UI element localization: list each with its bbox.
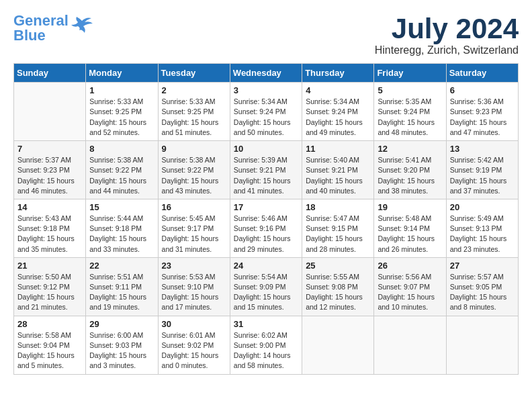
title-section: July 2024 Hinteregg, Zurich, Switzerland bbox=[375, 13, 519, 56]
calendar-cell: 16 Sunrise: 5:45 AMSunset: 9:17 PMDaylig… bbox=[158, 199, 230, 257]
calendar-cell: 8 Sunrise: 5:38 AMSunset: 9:22 PMDayligh… bbox=[86, 141, 158, 199]
day-number: 9 bbox=[162, 144, 226, 154]
day-number: 14 bbox=[17, 202, 82, 212]
day-number: 19 bbox=[378, 202, 442, 212]
day-info: Sunrise: 5:36 AMSunset: 9:23 PMDaylight:… bbox=[450, 97, 515, 138]
day-info: Sunrise: 5:49 AMSunset: 9:13 PMDaylight:… bbox=[450, 214, 515, 255]
calendar-cell: 24 Sunrise: 5:54 AMSunset: 9:09 PMDaylig… bbox=[230, 257, 302, 316]
day-info: Sunrise: 5:41 AMSunset: 9:20 PMDaylight:… bbox=[378, 155, 442, 196]
day-info: Sunrise: 5:33 AMSunset: 9:25 PMDaylight:… bbox=[162, 97, 226, 138]
day-number: 12 bbox=[378, 144, 442, 154]
calendar-cell: 11 Sunrise: 5:40 AMSunset: 9:21 PMDaylig… bbox=[302, 141, 374, 199]
day-info: Sunrise: 5:34 AMSunset: 9:24 PMDaylight:… bbox=[234, 97, 298, 138]
calendar-cell: 29 Sunrise: 6:00 AMSunset: 9:03 PMDaylig… bbox=[86, 316, 158, 374]
day-info: Sunrise: 5:56 AMSunset: 9:07 PMDaylight:… bbox=[378, 272, 442, 313]
calendar-cell: 22 Sunrise: 5:51 AMSunset: 9:11 PMDaylig… bbox=[86, 257, 158, 316]
day-number: 23 bbox=[162, 261, 226, 271]
calendar-cell: 10 Sunrise: 5:39 AMSunset: 9:21 PMDaylig… bbox=[230, 141, 302, 199]
calendar-cell: 15 Sunrise: 5:44 AMSunset: 9:18 PMDaylig… bbox=[86, 199, 158, 257]
day-info: Sunrise: 5:55 AMSunset: 9:08 PMDaylight:… bbox=[306, 272, 370, 313]
day-number: 27 bbox=[450, 261, 515, 271]
day-number: 30 bbox=[162, 319, 226, 329]
day-number: 22 bbox=[89, 261, 154, 271]
day-info: Sunrise: 5:45 AMSunset: 9:17 PMDaylight:… bbox=[162, 214, 226, 255]
calendar-cell: 30 Sunrise: 6:01 AMSunset: 9:02 PMDaylig… bbox=[158, 316, 230, 374]
day-number: 28 bbox=[17, 319, 82, 329]
calendar-cell: 4 Sunrise: 5:34 AMSunset: 9:24 PMDayligh… bbox=[302, 83, 374, 141]
calendar-title: July 2024 bbox=[375, 13, 519, 44]
day-number: 17 bbox=[234, 202, 298, 212]
calendar-week-3: 14 Sunrise: 5:43 AMSunset: 9:18 PMDaylig… bbox=[14, 199, 519, 257]
col-thursday: Thursday bbox=[302, 64, 374, 83]
calendar-cell: 18 Sunrise: 5:47 AMSunset: 9:15 PMDaylig… bbox=[302, 199, 374, 257]
calendar-cell: 6 Sunrise: 5:36 AMSunset: 9:23 PMDayligh… bbox=[446, 83, 518, 141]
calendar-cell: 7 Sunrise: 5:37 AMSunset: 9:23 PMDayligh… bbox=[14, 141, 86, 199]
day-info: Sunrise: 5:44 AMSunset: 9:18 PMDaylight:… bbox=[89, 214, 154, 255]
day-info: Sunrise: 5:37 AMSunset: 9:23 PMDaylight:… bbox=[17, 155, 82, 196]
day-info: Sunrise: 5:40 AMSunset: 9:21 PMDaylight:… bbox=[306, 155, 370, 196]
calendar-cell: 13 Sunrise: 5:42 AMSunset: 9:19 PMDaylig… bbox=[446, 141, 518, 199]
day-info: Sunrise: 5:53 AMSunset: 9:10 PMDaylight:… bbox=[162, 272, 226, 313]
day-number: 3 bbox=[234, 85, 298, 95]
page-header: GeneralBlue July 2024 Hinteregg, Zurich,… bbox=[13, 13, 519, 56]
calendar-cell: 28 Sunrise: 5:58 AMSunset: 9:04 PMDaylig… bbox=[14, 316, 86, 374]
calendar-cell: 25 Sunrise: 5:55 AMSunset: 9:08 PMDaylig… bbox=[302, 257, 374, 316]
day-number: 25 bbox=[306, 261, 370, 271]
calendar-cell: 1 Sunrise: 5:33 AMSunset: 9:25 PMDayligh… bbox=[86, 83, 158, 141]
calendar-cell: 21 Sunrise: 5:50 AMSunset: 9:12 PMDaylig… bbox=[14, 257, 86, 316]
day-info: Sunrise: 5:43 AMSunset: 9:18 PMDaylight:… bbox=[17, 214, 82, 255]
day-info: Sunrise: 5:35 AMSunset: 9:24 PMDaylight:… bbox=[378, 97, 442, 138]
calendar-cell bbox=[14, 83, 86, 141]
calendar-cell: 27 Sunrise: 5:57 AMSunset: 9:05 PMDaylig… bbox=[446, 257, 518, 316]
day-number: 10 bbox=[234, 144, 298, 154]
col-saturday: Saturday bbox=[446, 64, 518, 83]
calendar-cell: 9 Sunrise: 5:38 AMSunset: 9:22 PMDayligh… bbox=[158, 141, 230, 199]
day-number: 7 bbox=[17, 144, 82, 154]
day-info: Sunrise: 5:54 AMSunset: 9:09 PMDaylight:… bbox=[234, 272, 298, 313]
day-number: 26 bbox=[378, 261, 442, 271]
day-info: Sunrise: 6:02 AMSunset: 9:00 PMDaylight:… bbox=[234, 330, 298, 371]
day-info: Sunrise: 5:50 AMSunset: 9:12 PMDaylight:… bbox=[17, 272, 82, 313]
day-info: Sunrise: 5:39 AMSunset: 9:21 PMDaylight:… bbox=[234, 155, 298, 196]
day-info: Sunrise: 6:01 AMSunset: 9:02 PMDaylight:… bbox=[162, 330, 226, 371]
logo-bird-icon bbox=[71, 15, 93, 34]
day-number: 16 bbox=[162, 202, 226, 212]
calendar-cell: 19 Sunrise: 5:48 AMSunset: 9:14 PMDaylig… bbox=[374, 199, 446, 257]
calendar-week-1: 1 Sunrise: 5:33 AMSunset: 9:25 PMDayligh… bbox=[14, 83, 519, 141]
calendar-week-4: 21 Sunrise: 5:50 AMSunset: 9:12 PMDaylig… bbox=[14, 257, 519, 316]
day-info: Sunrise: 5:58 AMSunset: 9:04 PMDaylight:… bbox=[17, 330, 82, 371]
calendar-cell: 5 Sunrise: 5:35 AMSunset: 9:24 PMDayligh… bbox=[374, 83, 446, 141]
day-number: 8 bbox=[89, 144, 154, 154]
day-number: 31 bbox=[234, 319, 298, 329]
logo: GeneralBlue bbox=[13, 13, 93, 43]
day-number: 18 bbox=[306, 202, 370, 212]
day-number: 13 bbox=[450, 144, 515, 154]
calendar-cell: 17 Sunrise: 5:46 AMSunset: 9:16 PMDaylig… bbox=[230, 199, 302, 257]
calendar-week-5: 28 Sunrise: 5:58 AMSunset: 9:04 PMDaylig… bbox=[14, 316, 519, 374]
day-number: 15 bbox=[89, 202, 154, 212]
day-info: Sunrise: 5:57 AMSunset: 9:05 PMDaylight:… bbox=[450, 272, 515, 313]
calendar-cell: 20 Sunrise: 5:49 AMSunset: 9:13 PMDaylig… bbox=[446, 199, 518, 257]
calendar-subtitle: Hinteregg, Zurich, Switzerland bbox=[375, 44, 519, 56]
day-info: Sunrise: 5:34 AMSunset: 9:24 PMDaylight:… bbox=[306, 97, 370, 138]
col-friday: Friday bbox=[374, 64, 446, 83]
calendar-cell: 3 Sunrise: 5:34 AMSunset: 9:24 PMDayligh… bbox=[230, 83, 302, 141]
col-tuesday: Tuesday bbox=[158, 64, 230, 83]
day-info: Sunrise: 5:42 AMSunset: 9:19 PMDaylight:… bbox=[450, 155, 515, 196]
calendar-cell: 12 Sunrise: 5:41 AMSunset: 9:20 PMDaylig… bbox=[374, 141, 446, 199]
calendar-cell: 2 Sunrise: 5:33 AMSunset: 9:25 PMDayligh… bbox=[158, 83, 230, 141]
calendar-cell: 26 Sunrise: 5:56 AMSunset: 9:07 PMDaylig… bbox=[374, 257, 446, 316]
col-wednesday: Wednesday bbox=[230, 64, 302, 83]
day-number: 6 bbox=[450, 85, 515, 95]
calendar-cell: 23 Sunrise: 5:53 AMSunset: 9:10 PMDaylig… bbox=[158, 257, 230, 316]
day-number: 2 bbox=[162, 85, 226, 95]
header-row: Sunday Monday Tuesday Wednesday Thursday… bbox=[14, 64, 519, 83]
day-info: Sunrise: 5:38 AMSunset: 9:22 PMDaylight:… bbox=[89, 155, 154, 196]
calendar-week-2: 7 Sunrise: 5:37 AMSunset: 9:23 PMDayligh… bbox=[14, 141, 519, 199]
calendar-cell bbox=[446, 316, 518, 374]
day-info: Sunrise: 5:48 AMSunset: 9:14 PMDaylight:… bbox=[378, 214, 442, 255]
day-number: 1 bbox=[89, 85, 154, 95]
day-number: 29 bbox=[89, 319, 154, 329]
col-monday: Monday bbox=[86, 64, 158, 83]
calendar-table: Sunday Monday Tuesday Wednesday Thursday… bbox=[13, 63, 519, 374]
